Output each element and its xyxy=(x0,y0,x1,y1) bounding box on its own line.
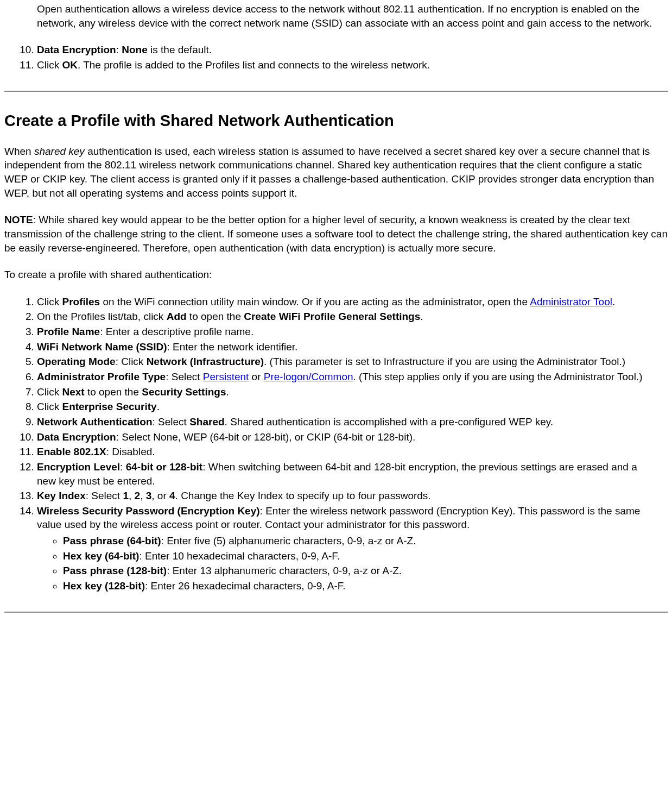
static-text: . xyxy=(157,401,160,412)
static-text: to open the xyxy=(187,311,244,322)
list-item: Click Enterprise Security. xyxy=(37,400,657,414)
list-item: Data Encryption: Select None, WEP (64-bi… xyxy=(37,430,657,444)
body-paragraph: To create a profile with shared authenti… xyxy=(4,268,668,282)
bold-text: Operating Mode xyxy=(37,356,116,367)
static-text: . xyxy=(612,296,615,307)
list-item: Data Encryption: None is the default. xyxy=(37,43,657,57)
static-text: : Click xyxy=(116,356,147,367)
static-text: On the Profiles list/tab, click xyxy=(37,311,167,322)
list-item: Profile Name: Enter a descriptive profil… xyxy=(37,325,657,339)
list-item: Key Index: Select 1, 2, 3, or 4. Change … xyxy=(37,489,657,503)
static-text: : Select xyxy=(166,371,203,382)
bold-text: Wireless Security Password (Encryption K… xyxy=(37,505,260,517)
bold-text: Profiles xyxy=(62,296,100,307)
bold-text: Add xyxy=(167,311,187,322)
static-text: Click xyxy=(37,59,62,71)
static-text: to open the xyxy=(85,386,142,398)
note-label: NOTE xyxy=(4,214,33,225)
bold-text: WiFi Network Name (SSID) xyxy=(37,341,167,353)
static-text: : xyxy=(120,461,126,473)
divider xyxy=(4,612,668,613)
list-item: Operating Mode: Click Network (Infrastru… xyxy=(37,355,657,369)
bold-text: Network Authentication xyxy=(37,416,153,427)
top-ordered-list: Data Encryption: None is the default. Cl… xyxy=(4,43,657,72)
static-text: When xyxy=(4,146,34,157)
bold-text: Network (Infrastructure) xyxy=(147,356,264,367)
static-text: . xyxy=(226,386,229,398)
bold-text: Enable 802.1X xyxy=(37,446,106,457)
bold-text: OK xyxy=(62,59,78,71)
bold-text: Pass phrase (64-bit) xyxy=(63,535,161,546)
bold-text: Shared xyxy=(189,416,224,427)
steps-ordered-list: Click Profiles on the WiFi connection ut… xyxy=(4,295,657,593)
list-item: Pass phrase (64-bit): Enter five (5) alp… xyxy=(63,534,657,548)
bold-text: Administrator Profile Type xyxy=(37,371,166,382)
static-text: : Select xyxy=(86,490,123,501)
note-paragraph: NOTE: While shared key would appear to b… xyxy=(4,213,668,255)
static-text: Click xyxy=(37,386,62,398)
static-text: : While shared key would appear to be th… xyxy=(4,214,668,253)
bold-text: Pass phrase (128-bit) xyxy=(63,565,167,576)
bold-text: Key Index xyxy=(37,490,86,501)
value-text: None xyxy=(122,44,148,55)
bold-text: Security Settings xyxy=(142,386,226,398)
list-item: WiFi Network Name (SSID): Enter the netw… xyxy=(37,340,657,354)
list-item: Encryption Level: 64-bit or 128-bit: Whe… xyxy=(37,460,657,488)
bold-text: 4 xyxy=(169,490,175,501)
bold-text: 3 xyxy=(146,490,152,501)
bold-text: Next xyxy=(62,386,84,398)
admin-tool-link[interactable]: Administrator Tool xyxy=(530,296,612,307)
list-item: Hex key (128-bit): Enter 26 hexadecimal … xyxy=(63,579,657,593)
static-text: is the default. xyxy=(148,44,212,55)
bold-text: Enterprise Security xyxy=(62,401,156,412)
list-item: Enable 802.1X: Disabled. xyxy=(37,445,657,459)
static-text: : Enter a descriptive profile name. xyxy=(100,326,253,337)
section-heading: Create a Profile with Shared Network Aut… xyxy=(4,110,668,131)
list-item: Pass phrase (128-bit): Enter 13 alphanum… xyxy=(63,564,657,578)
list-item: Wireless Security Password (Encryption K… xyxy=(37,504,657,593)
static-text: . Change the Key Index to specify up to … xyxy=(175,490,431,501)
bold-text: Create WiFi Profile General Settings xyxy=(244,311,420,322)
static-text: , xyxy=(140,490,146,501)
list-item: Network Authentication: Select Shared. S… xyxy=(37,415,657,429)
static-text: : Enter 10 hexadecimal characters, 0-9, … xyxy=(139,550,340,562)
static-text: : Select xyxy=(153,416,190,427)
static-text: : Disabled. xyxy=(106,446,155,457)
static-text: Click xyxy=(37,296,62,307)
static-text: . (This parameter is set to Infrastructu… xyxy=(264,356,625,367)
bold-text: 64-bit or 128-bit xyxy=(126,461,202,473)
list-item: Hex key (64-bit): Enter 10 hexadecimal c… xyxy=(63,549,657,563)
static-text: : Select None, WEP (64-bit or 128-bit), … xyxy=(116,431,416,443)
static-text: : xyxy=(116,44,122,55)
bold-text: 2 xyxy=(135,490,141,501)
list-item: Click Next to open the Security Settings… xyxy=(37,385,657,399)
static-text: or xyxy=(249,371,263,382)
list-item: On the Profiles list/tab, click Add to o… xyxy=(37,310,657,324)
bold-text: 1 xyxy=(123,490,129,501)
static-text: authentication is used, each wireless st… xyxy=(4,146,654,199)
static-text: . Shared authentication is accomplished … xyxy=(225,416,554,427)
bold-text: Profile Name xyxy=(37,326,100,337)
static-text: : Enter five (5) alphanumeric characters… xyxy=(161,535,416,546)
list-item: Click Profiles on the WiFi connection ut… xyxy=(37,295,657,309)
intro-paragraph: Open authentication allows a wireless de… xyxy=(37,2,657,30)
static-text: , xyxy=(129,490,135,501)
static-text: . (This step applies only if you are usi… xyxy=(353,371,643,382)
label-text: Data Encryption xyxy=(37,44,116,55)
static-text: : Enter 26 hexadecimal characters, 0-9, … xyxy=(145,580,346,592)
list-item: Administrator Profile Type: Select Persi… xyxy=(37,370,657,384)
persistent-link[interactable]: Persistent xyxy=(203,371,249,382)
body-paragraph: When shared key authentication is used, … xyxy=(4,144,668,200)
static-text: , or xyxy=(151,490,169,501)
static-text: : Enter the network identifier. xyxy=(167,341,297,353)
bold-text: Data Encryption xyxy=(37,431,116,443)
sub-list: Pass phrase (64-bit): Enter five (5) alp… xyxy=(37,534,657,593)
static-text: . xyxy=(420,311,423,322)
divider xyxy=(4,91,668,92)
bold-text: Encryption Level xyxy=(37,461,120,473)
list-item: Click OK. The profile is added to the Pr… xyxy=(37,58,657,72)
italic-text: shared key xyxy=(34,146,85,157)
bold-text: Hex key (128-bit) xyxy=(63,580,145,592)
prelogon-link[interactable]: Pre-logon/Common xyxy=(264,371,353,382)
static-text: on the WiFi connection utility main wind… xyxy=(100,296,530,307)
